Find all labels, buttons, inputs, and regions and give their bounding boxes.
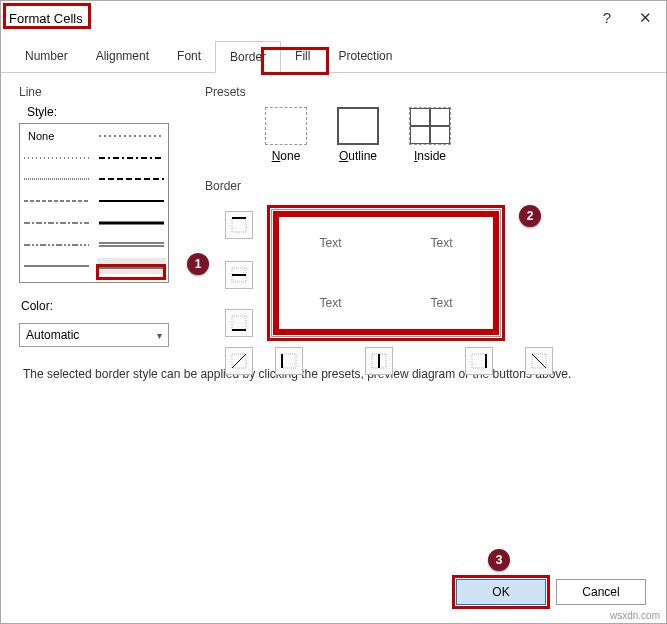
- border-left-button[interactable]: [275, 347, 303, 375]
- svg-rect-15: [232, 218, 246, 232]
- line-style-selected[interactable]: [97, 258, 166, 274]
- border-right-button[interactable]: [465, 347, 493, 375]
- ok-button[interactable]: OK: [456, 579, 546, 605]
- description-text: The selected border style can be applied…: [1, 359, 666, 389]
- tab-alignment[interactable]: Alignment: [82, 41, 163, 72]
- line-section-label: Line: [19, 85, 189, 99]
- preset-none[interactable]: None: [265, 107, 307, 163]
- tab-font[interactable]: Font: [163, 41, 215, 72]
- line-section: Line Style: None 1 Color:: [19, 85, 189, 347]
- svg-rect-21: [232, 354, 246, 368]
- presets-section-label: Presets: [205, 85, 648, 99]
- svg-line-22: [232, 354, 246, 368]
- style-label: Style:: [27, 105, 189, 119]
- preview-cell-text: Text: [275, 273, 386, 333]
- line-style-option[interactable]: [22, 258, 91, 274]
- right-section: Presets None Outline Inside Border: [205, 85, 648, 347]
- border-preview-cells: Text Text Text Text: [275, 213, 497, 333]
- preset-outline-label: Outline: [339, 149, 377, 163]
- line-style-option[interactable]: [22, 171, 91, 187]
- svg-rect-27: [472, 354, 486, 368]
- cancel-button[interactable]: Cancel: [556, 579, 646, 605]
- svg-rect-29: [532, 354, 546, 368]
- border-middle-h-button[interactable]: [225, 261, 253, 289]
- preset-none-label: None: [272, 149, 301, 163]
- preset-inside-label: Inside: [414, 149, 446, 163]
- line-style-option[interactable]: [22, 237, 91, 253]
- line-style-option[interactable]: [22, 193, 91, 209]
- svg-rect-17: [232, 268, 246, 282]
- preview-cell-text: Text: [275, 213, 386, 273]
- color-label: Color:: [21, 299, 189, 313]
- tab-protection[interactable]: Protection: [324, 41, 406, 72]
- border-middle-v-button[interactable]: [365, 347, 393, 375]
- line-style-option[interactable]: [97, 150, 166, 166]
- preview-cell-text: Text: [386, 213, 497, 273]
- format-cells-dialog: Format Cells ? ✕ Number Alignment Font B…: [0, 0, 667, 624]
- border-section-label: Border: [205, 179, 648, 193]
- chevron-down-icon: ▾: [157, 330, 162, 341]
- line-style-option[interactable]: [22, 150, 91, 166]
- annotation-preview-right: [493, 211, 499, 335]
- svg-rect-19: [232, 316, 246, 330]
- help-button[interactable]: ?: [603, 9, 611, 27]
- annotation-preview-left: [273, 211, 279, 335]
- preset-outline[interactable]: Outline: [337, 107, 379, 163]
- line-style-option[interactable]: [97, 215, 166, 231]
- annotation-preview-top: [273, 211, 499, 217]
- tab-border[interactable]: Border: [215, 41, 281, 73]
- watermark: wsxdn.com: [610, 610, 660, 621]
- color-value: Automatic: [26, 328, 79, 342]
- color-dropdown[interactable]: Automatic ▾: [19, 323, 169, 347]
- preset-inside[interactable]: Inside: [409, 107, 451, 163]
- tab-bar: Number Alignment Font Border Fill Protec…: [1, 41, 666, 73]
- line-style-option[interactable]: [97, 193, 166, 209]
- line-style-none[interactable]: None: [22, 128, 91, 144]
- svg-line-30: [532, 354, 546, 368]
- tab-number[interactable]: Number: [11, 41, 82, 72]
- annotation-preview-bottom: [273, 329, 499, 335]
- svg-rect-23: [282, 354, 296, 368]
- line-style-option[interactable]: [97, 171, 166, 187]
- window-title: Format Cells: [9, 11, 83, 26]
- line-style-list[interactable]: None: [19, 123, 169, 283]
- border-top-button[interactable]: [225, 211, 253, 239]
- titlebar: Format Cells ? ✕: [1, 1, 666, 35]
- svg-rect-25: [372, 354, 386, 368]
- line-style-option[interactable]: [22, 215, 91, 231]
- callout-3: 3: [488, 549, 510, 571]
- line-style-option[interactable]: [97, 128, 166, 144]
- preview-cell-text: Text: [386, 273, 497, 333]
- border-diag-down-button[interactable]: [525, 347, 553, 375]
- callout-2: 2: [519, 205, 541, 227]
- border-diag-up-button[interactable]: [225, 347, 253, 375]
- tab-fill[interactable]: Fill: [281, 41, 324, 72]
- close-button[interactable]: ✕: [639, 9, 652, 27]
- line-style-option[interactable]: [97, 237, 166, 253]
- border-bottom-button[interactable]: [225, 309, 253, 337]
